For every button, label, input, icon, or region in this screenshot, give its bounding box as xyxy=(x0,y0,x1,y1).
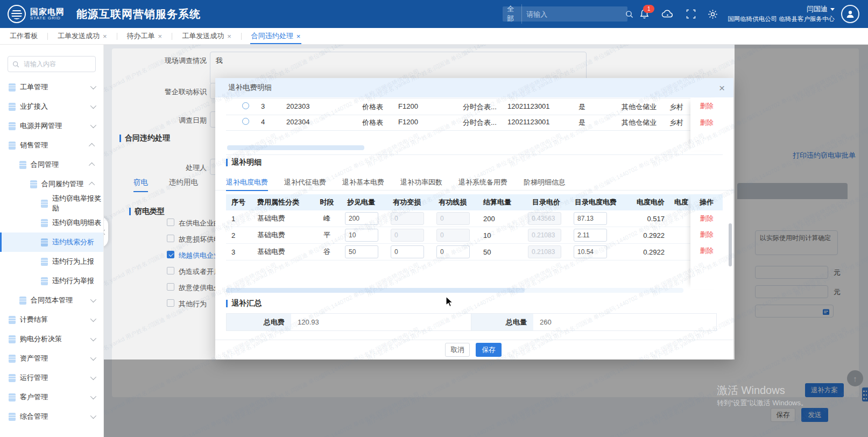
sidebar-item-label: 客户管理 xyxy=(20,392,48,402)
chevron-down-icon xyxy=(90,316,96,322)
horizontal-scrollbar[interactable] xyxy=(226,288,525,293)
radio-button[interactable] xyxy=(242,102,249,109)
line-loss-input[interactable] xyxy=(436,229,470,242)
cell-category: 基础电费 xyxy=(253,214,312,223)
sidebar-item-grid-connection[interactable]: 电源并网管理 xyxy=(0,116,103,136)
tab-order-sent-2[interactable]: 工单发送成功 × xyxy=(177,28,237,44)
sidebar-item-clue-analysis[interactable]: 违约线索分析 xyxy=(0,232,103,252)
sidebar-item-label: 违约窃电明细表 xyxy=(52,218,101,228)
close-icon[interactable]: × xyxy=(158,32,163,40)
sidebar-item-label: 计费结算 xyxy=(20,315,48,325)
tab-label: 工单发送成功 xyxy=(58,31,100,41)
close-icon[interactable]: × xyxy=(719,83,725,93)
tab-work-board[interactable]: 工作看板 xyxy=(4,28,43,44)
cell-price-type: 价格表 xyxy=(362,102,383,112)
tab-power-factor[interactable]: 退补功率因数 xyxy=(400,174,442,191)
cat-fee-input[interactable] xyxy=(574,212,607,225)
tab-energy-fee[interactable]: 退补电度电费 xyxy=(226,174,268,191)
tab-collection-fee[interactable]: 退补代征电费 xyxy=(284,174,326,191)
modal-footer-divider xyxy=(215,340,733,340)
logo-title: 国家电网 xyxy=(30,8,65,16)
sidebar-item-breach-report[interactable]: 违约行为上报 xyxy=(0,252,103,271)
line-loss-input[interactable] xyxy=(436,212,470,225)
search-scope-value: 全部 xyxy=(507,4,514,24)
modal-save-button[interactable]: 保存 xyxy=(476,343,502,357)
sidebar: 工单管理 业扩接入 电源并网管理 销售管理 合同管理 合同履约管理 违约窃电举报… xyxy=(0,44,104,437)
tab-label: 待办工单 xyxy=(127,31,155,41)
delete-row-link[interactable]: 删除 xyxy=(690,98,723,115)
reading-input[interactable] xyxy=(345,229,378,242)
trans-loss-input[interactable] xyxy=(391,229,424,242)
sidebar-item-label: 工单管理 xyxy=(20,82,48,92)
sidebar-item-report-reward[interactable]: 违约窃电举报奖励 xyxy=(0,194,103,213)
user-menu[interactable]: 闫国迪 xyxy=(728,5,835,14)
cloud-icon[interactable] xyxy=(661,9,674,19)
search-icon[interactable] xyxy=(625,10,633,18)
close-icon[interactable]: × xyxy=(103,32,107,40)
reading-input[interactable] xyxy=(345,245,378,258)
header-action: 操作 xyxy=(690,194,723,210)
horizontal-scrollbar[interactable] xyxy=(227,145,364,150)
line-loss-input[interactable] xyxy=(436,245,470,258)
chevron-down-icon xyxy=(90,393,96,399)
cat-price-input[interactable] xyxy=(528,229,561,242)
notification-bell-icon[interactable]: 1 xyxy=(639,9,650,19)
document-icon xyxy=(9,103,16,111)
tab-order-sent-1[interactable]: 工单发送成功 × xyxy=(52,28,112,44)
sidebar-item-sales-management[interactable]: 销售管理 xyxy=(0,136,103,155)
delete-row-link[interactable]: 删除 xyxy=(690,227,723,243)
close-icon[interactable]: × xyxy=(297,32,301,40)
cell-industry: 其他仓储业 xyxy=(622,102,657,112)
delete-row-link[interactable]: 删除 xyxy=(690,210,723,227)
tab-contract-breach[interactable]: 合同违约处理 × xyxy=(246,28,306,44)
cat-fee-input[interactable] xyxy=(574,229,607,242)
delete-row-link[interactable]: 删除 xyxy=(690,243,723,259)
sidebar-item-purchase-analysis[interactable]: 购电分析决策 xyxy=(0,329,103,349)
sidebar-item-breach-tipoff[interactable]: 违约行为举报 xyxy=(0,271,103,291)
sidebar-item-operation-management[interactable]: 运行管理 xyxy=(0,368,103,387)
reading-input[interactable] xyxy=(345,212,378,225)
search-input[interactable] xyxy=(522,10,625,18)
sidebar-item-contract-template[interactable]: 合同范本管理 xyxy=(0,291,103,310)
chevron-down-icon xyxy=(90,413,96,419)
chevron-down-icon xyxy=(90,83,96,89)
radio-button[interactable] xyxy=(242,118,249,125)
cat-price-input[interactable] xyxy=(528,212,561,225)
cell-unit-price: 0.2922 xyxy=(622,248,670,256)
cat-fee-input[interactable] xyxy=(574,245,607,258)
cat-price-input[interactable] xyxy=(528,245,561,258)
sidebar-search-input[interactable] xyxy=(23,60,89,68)
search-icon xyxy=(12,61,19,68)
tab-tier-detail[interactable]: 阶梯明细信息 xyxy=(524,174,566,191)
close-icon[interactable]: × xyxy=(227,32,231,40)
app-title: 能源互联网营销服务系统 xyxy=(76,7,201,22)
tab-system-reserve-fee[interactable]: 退补系统备用费 xyxy=(458,174,507,191)
modal-cancel-button[interactable]: 取消 xyxy=(445,343,470,357)
tab-basic-fee[interactable]: 退补基本电费 xyxy=(342,174,384,191)
delete-row-link[interactable]: 删除 xyxy=(690,115,723,131)
chevron-down-icon xyxy=(90,122,96,128)
sidebar-item-asset-management[interactable]: 资产管理 xyxy=(0,349,103,368)
sidebar-item-business-expansion[interactable]: 业扩接入 xyxy=(0,97,103,116)
trans-loss-input[interactable] xyxy=(391,245,424,258)
cell-month: 202304 xyxy=(286,118,309,126)
sidebar-item-contract-management[interactable]: 合同管理 xyxy=(0,155,103,174)
document-icon xyxy=(9,413,16,421)
vertical-scrollbar[interactable] xyxy=(729,223,732,266)
sidebar-item-contract-performance[interactable]: 合同履约管理 xyxy=(0,174,103,194)
chevron-down-icon xyxy=(90,297,96,302)
avatar[interactable] xyxy=(841,5,859,23)
settings-gear-icon[interactable] xyxy=(708,9,718,19)
cell-period: 平 xyxy=(312,230,342,240)
sidebar-item-work-orders[interactable]: 工单管理 xyxy=(0,77,103,97)
sidebar-item-steal-detail-table[interactable]: 违约窃电明细表 xyxy=(0,213,103,232)
section-refund-detail: 退补明细 xyxy=(226,158,262,167)
trans-loss-input[interactable] xyxy=(391,212,424,225)
sidebar-item-customer-management[interactable]: 客户管理 xyxy=(0,387,103,407)
sidebar-item-billing[interactable]: 计费结算 xyxy=(0,310,103,329)
sidebar-item-label: 合同管理 xyxy=(31,160,59,170)
tab-todo-orders[interactable]: 待办工单 × xyxy=(122,28,168,44)
sidebar-item-general-management[interactable]: 综合管理 xyxy=(0,407,103,426)
fullscreen-icon[interactable] xyxy=(686,9,696,19)
search-scope-select[interactable]: 全部 xyxy=(503,4,522,24)
